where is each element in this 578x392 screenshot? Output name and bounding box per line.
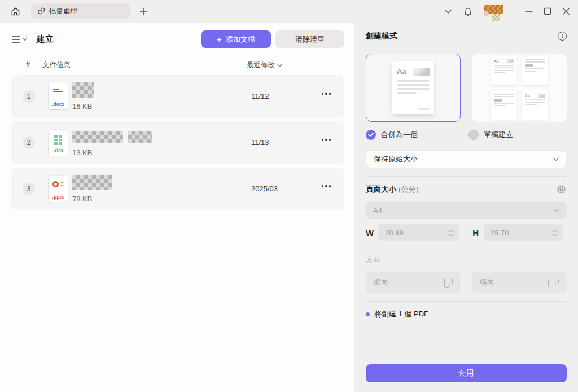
paper-size-value: A4 (373, 206, 382, 215)
file-name-redacted (72, 82, 94, 98)
file-modified-date: 2025/03 (251, 184, 278, 193)
home-button[interactable] (8, 4, 23, 19)
page-size-header: 頁面大小 (公分) (366, 184, 567, 195)
avatar[interactable] (484, 5, 503, 18)
size-mode-dropdown[interactable]: 保持原始大小 (366, 150, 567, 168)
mode-cards: Aa Aa (366, 54, 567, 122)
page-dimensions: W H (366, 224, 567, 241)
file-size: 78 KB (72, 195, 92, 203)
file-row-1[interactable]: 1 .docx 16 KB 11/12 (11, 75, 344, 118)
row-more-button[interactable] (322, 185, 331, 187)
radio-separate-label: 單獨建立 (484, 130, 513, 140)
plus-icon: + (217, 34, 222, 44)
file-meta (72, 82, 94, 98)
settings-title: 創建模式 (366, 31, 397, 41)
collapse-toolbar-button[interactable] (444, 9, 452, 14)
file-meta (72, 174, 112, 190)
create-settings-panel: 創建模式 i Aa Aa (354, 23, 578, 392)
stepper-arrows-icon (553, 230, 558, 236)
row-index-badge: 1 (23, 90, 35, 103)
column-file-info: 文件信息 (42, 60, 71, 70)
mode-card-separate[interactable]: Aa Aa (472, 54, 567, 122)
plus-icon (139, 7, 148, 16)
close-button[interactable] (562, 7, 570, 15)
radio-merge-label: 合併為一個 (381, 130, 418, 140)
height-stepper (484, 224, 563, 241)
docx-file-icon: .docx (49, 83, 68, 109)
page-size-unit: (公分) (399, 185, 419, 193)
view-menu-button[interactable] (11, 36, 27, 43)
portrait-label: 縱向 (374, 278, 388, 288)
file-ext-label: .docx (49, 102, 68, 107)
app-window: 批量處理 (0, 0, 578, 392)
radio-checked-icon (366, 130, 376, 140)
row-index-badge: 2 (23, 136, 35, 149)
page-title: 建立 (37, 34, 54, 45)
minimize-button[interactable] (525, 7, 533, 15)
row-more-button[interactable] (322, 93, 331, 95)
column-modified-sort[interactable]: 最近修改 (247, 60, 282, 70)
chevron-down-icon (23, 38, 27, 41)
multi-doc-thumbnail: Aa Aa (491, 56, 548, 120)
apply-button[interactable]: 套用 (366, 364, 567, 382)
header-buttons: + 添加文檔 清除清單 (201, 30, 344, 48)
file-size: 16 KB (72, 102, 92, 111)
bullet-dot-icon (366, 312, 370, 316)
portrait-button-disabled: 縱向 (366, 272, 461, 293)
width-stepper (378, 224, 459, 241)
tab-label: 批量處理 (49, 7, 77, 16)
avatar-pixelated-side (484, 11, 488, 16)
mode-card-merge[interactable]: Aa (366, 54, 461, 122)
maximize-icon (544, 7, 551, 15)
mode-radios: 合併為一個 單獨建立 (366, 130, 567, 140)
clear-list-button[interactable]: 清除清單 (275, 30, 344, 48)
chevron-down-icon (554, 209, 559, 212)
page-size-label: 頁面大小 (公分) (366, 184, 419, 195)
creation-summary: 將創建 1 個 PDF (366, 309, 567, 319)
gear-icon[interactable] (556, 184, 567, 195)
file-row-3[interactable]: 3 .pptx 78 KB 2025/03 (11, 168, 344, 210)
add-document-label: 添加文檔 (226, 34, 255, 45)
titlebar-right (444, 5, 570, 18)
main-content: 建立 + 添加文檔 清除清單 # 文件信息 最近修改 (0, 23, 578, 392)
size-mode-value: 保持原始大小 (374, 154, 418, 164)
file-rows: 1 .docx 16 KB 11/12 2 (0, 74, 354, 210)
bell-icon (463, 6, 473, 17)
menu-icon (11, 36, 21, 43)
titlebar: 批量處理 (0, 0, 578, 23)
ellipsis-icon (322, 139, 324, 141)
info-icon[interactable]: i (558, 32, 567, 41)
settings-header: 創建模式 i (366, 23, 567, 41)
width-label: W (366, 228, 374, 237)
orientation-buttons: 縱向 橫向 (366, 272, 567, 293)
orientation-label: 方向 (366, 255, 567, 265)
minimize-icon (525, 7, 533, 15)
column-index: # (26, 60, 30, 68)
clear-list-label: 清除清單 (295, 34, 325, 45)
file-name-redacted (72, 128, 152, 143)
maximize-button[interactable] (544, 7, 551, 15)
notifications-button[interactable] (463, 6, 473, 17)
batch-icon (37, 7, 45, 15)
tab-batch-process[interactable]: 批量處理 (31, 3, 130, 19)
portrait-page-icon (444, 278, 453, 288)
landscape-button-disabled: 橫向 (472, 272, 567, 293)
thumb-aa-text: Aa (397, 68, 406, 75)
radio-merge-into-one[interactable]: 合併為一個 (366, 130, 464, 140)
stepper-arrows-icon (448, 230, 453, 236)
left-header: 建立 + 添加文檔 清除清單 (0, 23, 354, 48)
titlebar-separator (514, 7, 514, 16)
pptx-file-icon: .pptx (49, 176, 68, 202)
thumb-image-placeholder (413, 68, 430, 76)
xlsx-file-icon: .xlsx (49, 130, 68, 156)
radio-create-separately[interactable]: 單獨建立 (468, 130, 567, 140)
new-tab-button[interactable] (139, 7, 148, 16)
row-more-button[interactable] (322, 139, 331, 141)
file-list-panel: 建立 + 添加文檔 清除清單 # 文件信息 最近修改 (0, 23, 354, 392)
file-size: 13 KB (72, 148, 92, 157)
chevron-down-icon (277, 64, 282, 67)
landscape-label: 橫向 (480, 278, 494, 288)
add-document-button[interactable]: + 添加文檔 (201, 30, 271, 48)
row-index-badge: 3 (23, 183, 35, 195)
file-row-2[interactable]: 2 .xlsx 13 KB 11/13 (11, 121, 344, 164)
